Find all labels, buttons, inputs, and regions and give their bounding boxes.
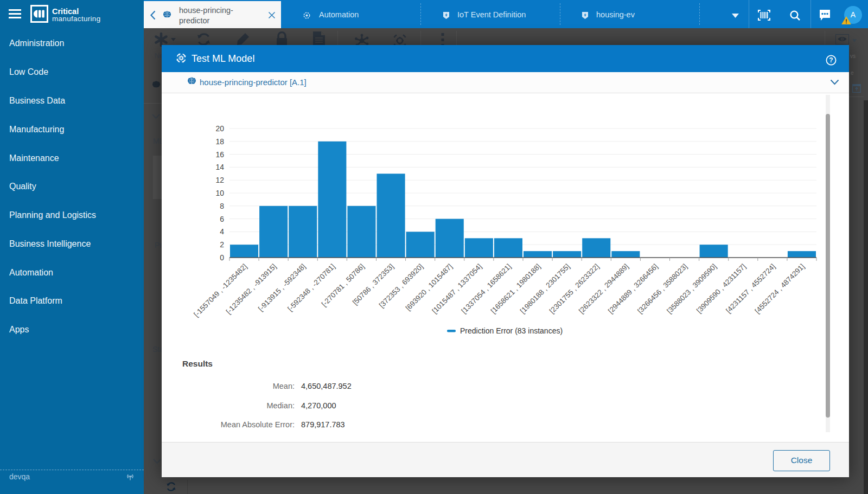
svg-text:[-1557049 , -1235482]: [-1557049 , -1235482]: [192, 262, 248, 319]
svg-text:[3909590 , 4231157]: [3909590 , 4231157]: [695, 262, 748, 315]
svg-text:[4552724 , 4874291]: [4552724 , 4874291]: [754, 262, 806, 315]
svg-text:[4231157 , 4552724]: [4231157 , 4552724]: [724, 262, 777, 315]
svg-text:[1658621 , 1980188]: [1658621 , 1980188]: [489, 262, 542, 315]
svg-text:[1337054 , 1658621]: [1337054 , 1658621]: [460, 262, 513, 315]
svg-text:[3588023 , 3909590]: [3588023 , 3909590]: [665, 262, 718, 315]
svg-text:?: ?: [829, 56, 833, 64]
svg-text:20: 20: [215, 124, 224, 133]
svg-text:[2623322 , 2944889]: [2623322 , 2944889]: [577, 262, 630, 315]
svg-text:10: 10: [215, 189, 224, 197]
svg-text:4: 4: [220, 227, 224, 236]
svg-text:0: 0: [220, 253, 224, 262]
svg-text:[1980188 , 2301755]: [1980188 , 2301755]: [519, 262, 571, 315]
svg-text:12: 12: [215, 176, 224, 184]
svg-text:[2944889 , 3266456]: [2944889 , 3266456]: [607, 262, 659, 315]
svg-text:8: 8: [220, 202, 224, 210]
svg-text:14: 14: [215, 163, 224, 171]
svg-text:[-1235482 , -913915]: [-1235482 , -913915]: [225, 262, 278, 316]
svg-text:16: 16: [215, 150, 224, 159]
svg-text:2: 2: [220, 240, 224, 249]
svg-text:[3266456 , 3588023]: [3266456 , 3588023]: [636, 262, 688, 315]
svg-text:[2301755 , 2623322]: [2301755 , 2623322]: [548, 262, 601, 315]
svg-text:6: 6: [220, 215, 224, 223]
svg-text:18: 18: [215, 137, 224, 146]
svg-text:[1015487 , 1337054]: [1015487 , 1337054]: [430, 262, 483, 315]
svg-text:Prediction Error (83 instances: Prediction Error (83 instances): [460, 326, 563, 335]
